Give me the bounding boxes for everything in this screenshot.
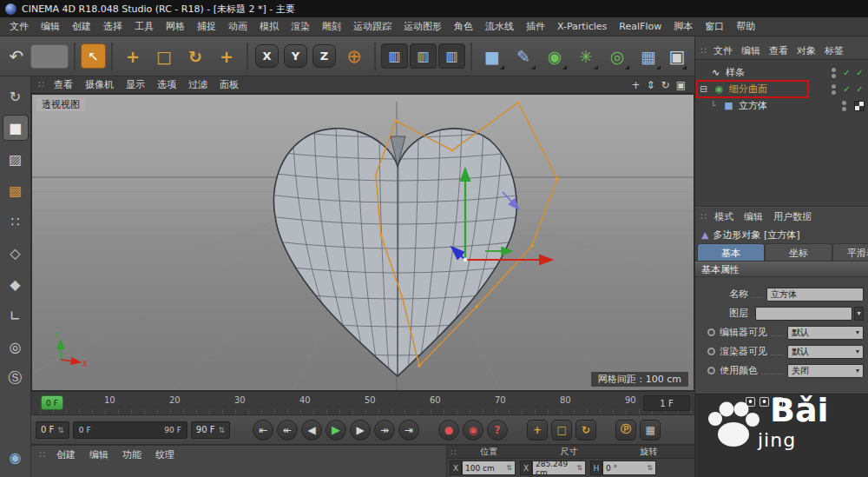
panel-grip-icon[interactable]: ∷ (35, 449, 49, 460)
last-used-tool[interactable]: + (212, 41, 241, 72)
menu-item[interactable]: 渲染 (285, 20, 316, 33)
keyframe-dot-icon[interactable] (707, 367, 715, 374)
attribute-menu-item[interactable]: 模式 (709, 210, 739, 223)
make-editable-button[interactable]: ↻ (3, 83, 29, 109)
keyframe-dot-icon[interactable] (707, 348, 715, 355)
name-input[interactable]: 立方体 (766, 288, 864, 301)
viewport-rotate-icon[interactable]: ↻ (661, 79, 670, 91)
heart-mesh[interactable] (268, 108, 525, 381)
texture-tag[interactable] (854, 101, 865, 111)
menu-item[interactable]: 网格 (160, 20, 191, 33)
toolbar-separator[interactable] (74, 43, 76, 70)
keyframe-dot-icon[interactable] (707, 328, 715, 336)
play-button[interactable]: ▶ (326, 420, 346, 441)
record-parameter-button[interactable]: Ⓟ (615, 420, 636, 441)
object-row-subdivision-surface[interactable]: ⊟ ◉ 细分曲面 ✓ ✓ (695, 81, 868, 97)
enabled-check-icon[interactable]: ✓ (842, 68, 852, 77)
material-menu-item[interactable]: 编辑 (82, 448, 115, 461)
menu-item[interactable]: 雕刻 (316, 20, 347, 33)
transport-gap[interactable] (511, 420, 523, 441)
record-rotation-button[interactable]: ↻ (575, 420, 596, 441)
viewport-menu-item[interactable]: 摄像机 (79, 78, 120, 91)
toolbar-separator[interactable] (470, 43, 472, 70)
menu-item[interactable]: 工具 (128, 20, 160, 33)
axis-mode-button[interactable]: ∟ (3, 302, 29, 328)
goto-start-button[interactable]: ⇤ (253, 420, 273, 441)
record-position-button[interactable]: + (527, 420, 548, 441)
add-cube-button[interactable]: ■ (477, 41, 507, 72)
viewport-zoom-icon[interactable]: ⇕ (647, 79, 655, 91)
transport-gap[interactable] (423, 420, 435, 441)
mograph-button[interactable]: ✳ (571, 41, 601, 72)
visibility-dots[interactable] (842, 101, 846, 111)
visibility-dots[interactable] (832, 68, 836, 78)
menu-item[interactable]: 选择 (97, 20, 128, 33)
camera-button[interactable]: ▣ (665, 41, 689, 72)
start-frame-field[interactable]: 0 F ⇅ (36, 421, 69, 439)
position-x-field[interactable]: X 100 cm⇅ (450, 460, 516, 475)
object-row-spline[interactable]: ∿ 样条 ✓ ✓ (695, 64, 868, 81)
content-browser-button[interactable]: ◉ (3, 444, 29, 470)
lock-x-axis-button[interactable]: X (255, 44, 279, 68)
renderer-visibility-select[interactable]: 默认▾ (787, 345, 864, 359)
menu-item[interactable]: 模拟 (253, 20, 285, 33)
attribute-tab[interactable]: 平滑着色 (832, 243, 868, 261)
use-color-select[interactable]: 关闭▾ (787, 364, 864, 378)
object-manager-menu-item[interactable]: 标签 (820, 44, 848, 57)
menu-item[interactable]: 插件 (520, 20, 551, 33)
size-x-field[interactable]: X 285.249 cm⇅ (520, 460, 586, 475)
object-row-cube[interactable]: └ ■ 立方体 (695, 97, 868, 114)
workplane-mode-button[interactable]: ▩ (3, 177, 29, 203)
object-label[interactable]: 立方体 (739, 99, 767, 112)
menu-item[interactable]: 文件 (3, 20, 35, 33)
coordinate-input[interactable]: 100 cm⇅ (462, 460, 516, 475)
move-tool[interactable]: + (118, 41, 148, 72)
menu-item[interactable]: X-Particles (551, 21, 613, 32)
attribute-menu-item[interactable]: 用户数据 (768, 210, 817, 223)
object-manager-menu-item[interactable]: 编辑 (737, 44, 765, 57)
view-name-label[interactable]: 透视视图 (36, 98, 85, 111)
menu-item[interactable]: 捕捉 (191, 20, 222, 33)
stepper-icon[interactable]: ⇅ (219, 426, 226, 434)
menu-item[interactable]: 动画 (222, 20, 253, 33)
menu-item[interactable]: 运动图形 (398, 20, 448, 33)
subdivision-surface-button[interactable]: ◉ (540, 41, 569, 72)
enabled-check-icon[interactable]: ✓ (855, 68, 865, 77)
object-list[interactable]: ∿ 样条 ✓ ✓ ⊟ ◉ 细分曲面 ✓ ✓ └ ■ 立方体 (695, 59, 868, 207)
viewport-menu-item[interactable]: 面板 (214, 78, 245, 91)
current-frame-field[interactable]: 1 F (643, 395, 690, 411)
object-manager-menu-item[interactable]: 对象 (792, 44, 820, 57)
prev-frame-button[interactable]: ◀ (301, 420, 322, 441)
prev-key-button[interactable]: ↞ (277, 420, 298, 441)
object-label[interactable]: 样条 (726, 66, 745, 79)
viewport-pan-icon[interactable]: + (631, 79, 640, 91)
menu-item[interactable]: 流水线 (479, 20, 520, 33)
rotate-tool[interactable]: ↻ (181, 41, 210, 72)
deformer-button[interactable]: ◎ (602, 41, 632, 72)
menu-item[interactable]: 编辑 (35, 20, 66, 33)
undo-button[interactable]: ↶ (4, 41, 29, 72)
viewport-menu-item[interactable]: 过滤 (182, 78, 214, 91)
layer-picker-button[interactable]: ▾ (854, 307, 864, 321)
basic-properties-header[interactable]: 基本属性 (695, 262, 868, 277)
render-settings-button[interactable]: ▥ (438, 43, 465, 69)
enabled-check-icon[interactable]: ✓ (842, 84, 852, 94)
model-mode-button[interactable]: ■ (3, 115, 29, 141)
title-bar[interactable]: CINEMA 4D R18.048 Studio (RC - R18) - [未… (0, 0, 868, 17)
panel-grip-icon[interactable]: ∷ (698, 45, 709, 56)
points-mode-button[interactable]: ∷ (3, 209, 29, 235)
environment-button[interactable]: ▦ (634, 41, 663, 72)
object-manager-menu-item[interactable]: 文件 (709, 44, 737, 57)
coordinate-input[interactable]: 0 °⇅ (602, 460, 656, 475)
record-button[interactable]: ● (438, 420, 459, 441)
material-menu-item[interactable]: 创建 (49, 448, 82, 461)
render-view-button[interactable]: ▥ (381, 43, 408, 69)
keyframe-selection-button[interactable]: ▦ (640, 420, 661, 441)
lock-y-axis-button[interactable]: Y (284, 44, 307, 68)
viewport-menu-item[interactable]: 查看 (48, 78, 79, 91)
menu-item[interactable]: 脚本 (667, 20, 699, 33)
transport-gap[interactable] (600, 420, 612, 441)
stepper-icon[interactable]: ⇅ (576, 464, 582, 472)
snap-button[interactable]: Ⓢ (3, 365, 29, 391)
attribute-menu-item[interactable]: 编辑 (739, 210, 768, 223)
